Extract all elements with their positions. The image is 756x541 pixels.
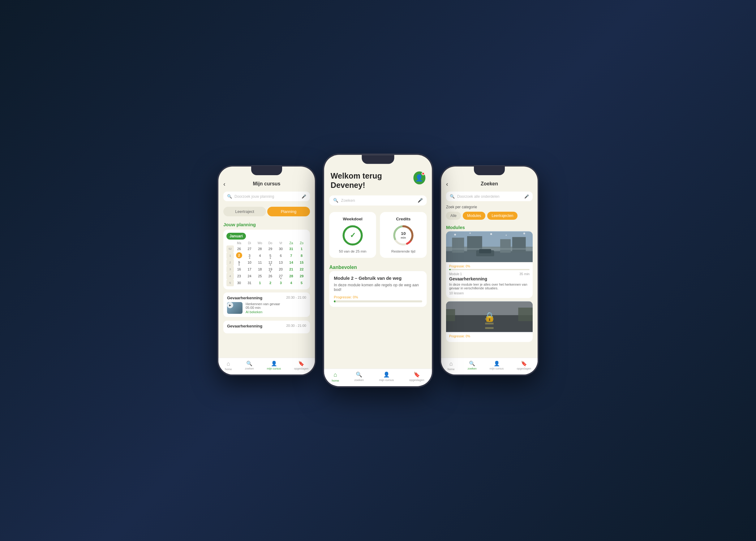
cat-modules[interactable]: Modules <box>463 212 485 220</box>
phone-3: ‹ Zoeken 🔍 Doorzoek alle onderdelen 🎤 Zo… <box>440 165 539 376</box>
schedule2-title: Gevaarherkenning <box>227 324 262 328</box>
phone-1: ‹ Mijn cursus 🔍 Doorzoek jouw planning 🎤… <box>217 165 316 376</box>
progress-fill-2 <box>334 300 336 302</box>
lock-icon-module2: 🔒 <box>484 312 495 322</box>
tabs-1: Leertraject Planning <box>223 207 310 216</box>
home-icon-2: ⌂ <box>334 372 337 378</box>
module1-desc: In deze module leer je alles over het he… <box>449 282 530 290</box>
credits-card: Credits 10 min <box>380 212 426 258</box>
bottom-nav-2: ⌂ home 🔍 zoeken 👤 mijn cursus 🔖 <box>324 369 432 386</box>
search-bar-1[interactable]: 🔍 Doorzoek jouw planning 🎤 <box>223 192 310 201</box>
nav-opgeslagen-2[interactable]: 🔖 opgeslagen <box>409 372 424 382</box>
progress-label-2: Progressie: 0% <box>334 295 422 299</box>
schedule1-sub: Herkennen van gevaar <box>246 302 280 306</box>
cal-row-3: 3 161718 19 20 2122 <box>226 266 307 273</box>
schedule-item-1: Gevaarherkenning 20:30 - 21:00 ▶ Herkenn… <box>223 292 310 317</box>
header-title-1: Mijn cursus <box>253 181 281 187</box>
category-tabs: Alle Modules Leertrajecten <box>441 211 538 222</box>
nav-cursus-label-3: mijn cursus <box>490 367 504 370</box>
module1-name: Gevaarherkenning <box>449 276 530 281</box>
mic-icon-2: 🎤 <box>417 198 423 203</box>
cal-row-1: 1 2 3 45 6 78 <box>226 252 307 259</box>
module1-image <box>446 231 533 262</box>
avatar-icon: 👤 <box>415 174 423 182</box>
search-placeholder-1: Doorzoek jouw planning <box>234 194 274 199</box>
nav-opgeslagen-1[interactable]: 🔖 opgeslagen <box>294 360 308 371</box>
bottom-nav-1: ⌂ home 🔍 zoeken 👤 mijn cursus 🔖 <box>218 358 315 374</box>
header-3: ‹ Zoeken <box>441 177 538 189</box>
schedule-item-2: Gevaarherkenning 20:30 - 21:00 <box>223 321 310 333</box>
home-icon-3: ⌂ <box>449 360 453 367</box>
recommended-card[interactable]: Module 2 – Gebruik van de weg In deze mo… <box>330 271 427 307</box>
weekdoel-donut: ✓ <box>341 224 364 247</box>
notification-dot <box>422 172 425 176</box>
nav-cursus-3[interactable]: 👤 mijn cursus <box>490 360 504 371</box>
cat-alle[interactable]: Alle <box>446 212 461 220</box>
cat-leertrajecten[interactable]: Leertrajecten <box>487 212 518 220</box>
back-button-1[interactable]: ‹ <box>223 181 225 188</box>
svg-point-16 <box>506 235 507 236</box>
credits-label: 10 min <box>400 231 406 239</box>
svg-point-15 <box>490 233 492 235</box>
nav-opgeslagen-label-2: opgeslagen <box>409 378 424 382</box>
search-nav-icon-1: 🔍 <box>246 360 252 366</box>
nav-home-2[interactable]: ⌂ home <box>332 372 339 382</box>
nav-zoeken-3[interactable]: 🔍 zoeken <box>468 360 477 371</box>
schedule1-thumb: ▶ <box>227 302 243 314</box>
nav-home-label-3: home <box>448 368 455 371</box>
module2-image: 🔒 <box>446 301 533 332</box>
module-card-1[interactable]: Progressie: 0% Module 1 35 min Gevaarher… <box>446 231 533 298</box>
section-modules: Modules <box>441 222 538 231</box>
nav-opgeslagen-label-3: opgeslagen <box>517 367 531 370</box>
nav-zoeken-2[interactable]: 🔍 zoeken <box>355 372 364 382</box>
schedule1-link[interactable]: Al bekeken <box>246 310 280 314</box>
section-aanbevolen: Aanbevolen <box>324 262 432 271</box>
nav-cursus-1[interactable]: 👤 mijn cursus <box>267 360 281 371</box>
play-icon-1[interactable]: ▶ <box>227 302 233 308</box>
svg-point-17 <box>523 233 525 234</box>
nav-opgeslagen-3[interactable]: 🔖 opgeslagen <box>517 360 531 371</box>
nav-home-3[interactable]: ⌂ home <box>448 360 455 371</box>
notch-1 <box>251 167 282 175</box>
module-card-2[interactable]: 🔒 Progressie: 0% <box>446 301 533 342</box>
mic-icon-3: 🎤 <box>524 194 529 199</box>
schedule1-title: Gevaarherkenning <box>227 295 262 300</box>
search-icon-1: 🔍 <box>227 194 232 199</box>
welcome-header: Welkom terug Deveney! 👤 <box>324 166 432 193</box>
cal-header: MaDiWoDoVr Za Zo <box>226 242 307 245</box>
nav-home-1[interactable]: ⌂ home <box>225 360 232 371</box>
cards-row: Weekdoel ✓ 50 van de 25 min <box>330 212 427 258</box>
calendar: Januari MaDiWoDoVr Za Zo 52 262728 <box>223 230 310 289</box>
cal-row-2: 2 9 1011 12 13 1415 <box>226 259 307 266</box>
nav-zoeken-label-2: zoeken <box>355 378 364 382</box>
schedule1-duration: 05:00 min <box>246 306 280 309</box>
weekdoel-sub: 50 van de 25 min <box>339 249 367 253</box>
bookmark-icon-2: 🔖 <box>413 372 420 378</box>
nav-home-label-2: home <box>332 379 339 382</box>
home-icon-1: ⌂ <box>227 360 230 367</box>
credits-title: Credits <box>396 216 410 221</box>
phone-2: Welkom terug Deveney! 👤 🔍 Zoeken 🎤 <box>323 154 433 387</box>
svg-point-13 <box>454 234 456 236</box>
cal-row-4: 4 232425 2627 2829 <box>226 273 307 279</box>
bookmark-icon-1: 🔖 <box>298 360 304 366</box>
search-placeholder-3: Doorzoek alle onderdelen <box>457 194 500 199</box>
bottom-nav-3: ⌂ home 🔍 zoeken 👤 mijn cursus 🔖 <box>441 358 538 374</box>
cursus-icon-3: 👤 <box>494 360 500 366</box>
svg-rect-11 <box>512 237 526 253</box>
search-bar-3[interactable]: 🔍 Doorzoek alle onderdelen 🎤 <box>446 192 533 201</box>
modules-scroll: Progressie: 0% Module 1 35 min Gevaarher… <box>441 231 538 358</box>
nav-zoeken-1[interactable]: 🔍 zoeken <box>245 360 254 371</box>
schedule1-time: 20:30 - 21:00 <box>286 295 306 300</box>
tab-leertraject[interactable]: Leertraject <box>223 207 266 216</box>
search-bar-2[interactable]: 🔍 Zoeken 🎤 <box>330 195 427 206</box>
search-placeholder-2: Zoeken <box>341 198 355 203</box>
nav-zoeken-label-3: zoeken <box>468 367 477 370</box>
user-avatar[interactable]: 👤 <box>413 172 425 185</box>
nav-cursus-2[interactable]: 👤 mijn cursus <box>379 372 394 382</box>
back-button-3[interactable]: ‹ <box>446 181 448 188</box>
svg-rect-10 <box>500 239 511 253</box>
tab-planning[interactable]: Planning <box>267 207 310 216</box>
credits-donut: 10 min <box>392 224 415 247</box>
cursus-icon-2: 👤 <box>383 372 390 378</box>
